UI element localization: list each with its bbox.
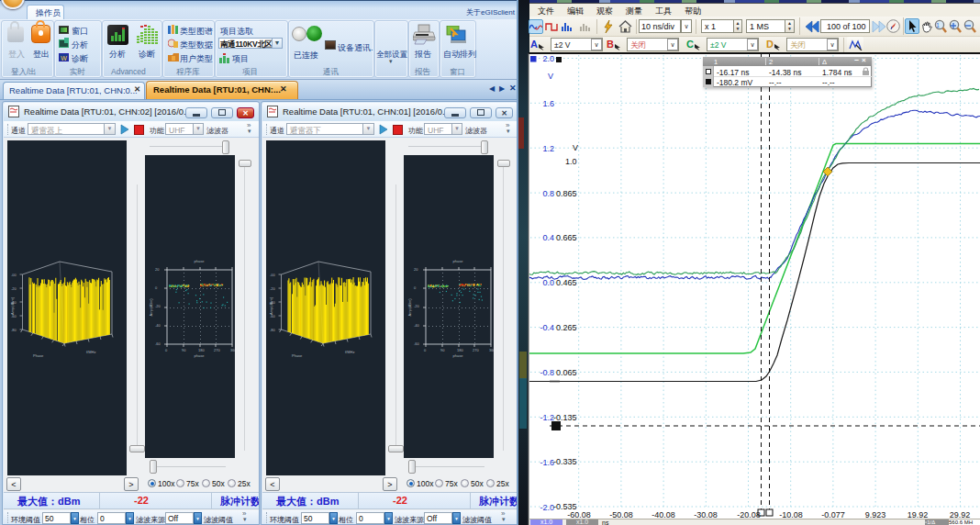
svg-text:0.265: 0.265 bbox=[556, 323, 577, 332]
svg-text:0.065: 0.065 bbox=[556, 368, 577, 377]
svg-text:0.865: 0.865 bbox=[556, 189, 577, 198]
svg-text:0.0: 0.0 bbox=[542, 278, 554, 287]
svg-text:-0.135: -0.135 bbox=[553, 413, 577, 422]
svg-text:0.8: 0.8 bbox=[542, 189, 554, 198]
svg-text:-2.0: -2.0 bbox=[540, 503, 554, 512]
svg-text:2.0: 2.0 bbox=[542, 54, 554, 63]
svg-text:V: V bbox=[548, 72, 553, 81]
svg-text:-0.8: -0.8 bbox=[540, 368, 554, 377]
svg-text:V: V bbox=[573, 143, 578, 152]
svg-text:-1.2: -1.2 bbox=[540, 413, 554, 422]
svg-text:-1.6: -1.6 bbox=[540, 458, 554, 467]
svg-text:1.0: 1.0 bbox=[565, 157, 577, 166]
svg-text:1.6: 1.6 bbox=[542, 99, 554, 108]
svg-text:0.465: 0.465 bbox=[556, 278, 577, 287]
svg-text:-0.4: -0.4 bbox=[540, 323, 554, 332]
svg-text:0.4: 0.4 bbox=[542, 233, 554, 242]
svg-text:0.665: 0.665 bbox=[556, 233, 577, 242]
svg-text:-0.335: -0.335 bbox=[553, 457, 577, 466]
svg-text:1.2: 1.2 bbox=[542, 144, 554, 153]
